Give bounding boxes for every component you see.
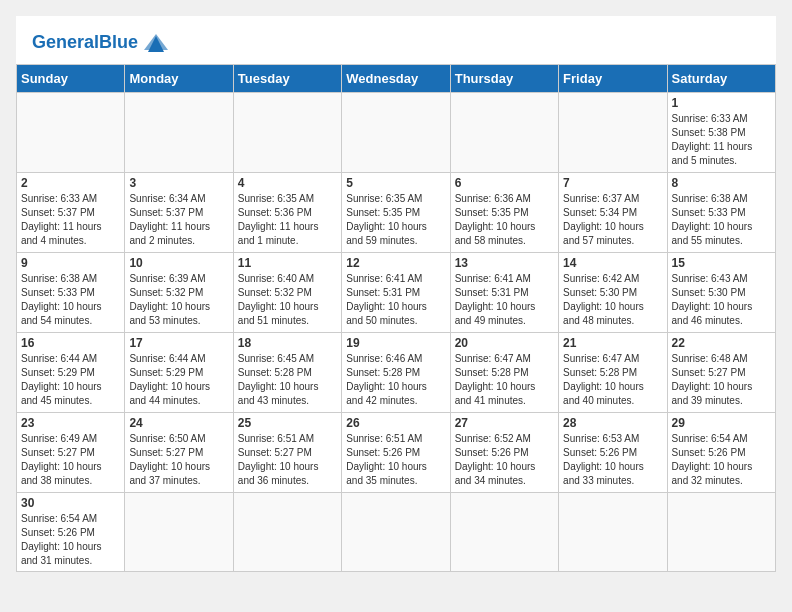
calendar-cell-4-1: 24Sunrise: 6:50 AMSunset: 5:27 PMDayligh… <box>125 413 233 493</box>
day-header-monday: Monday <box>125 65 233 93</box>
calendar-cell-2-0: 9Sunrise: 6:38 AMSunset: 5:33 PMDaylight… <box>17 253 125 333</box>
day-info: Sunrise: 6:38 AMSunset: 5:33 PMDaylight:… <box>21 272 120 328</box>
day-number: 10 <box>129 256 228 270</box>
calendar-cell-0-1 <box>125 93 233 173</box>
day-number: 28 <box>563 416 662 430</box>
calendar-cell-1-0: 2Sunrise: 6:33 AMSunset: 5:37 PMDaylight… <box>17 173 125 253</box>
calendar-cell-3-1: 17Sunrise: 6:44 AMSunset: 5:29 PMDayligh… <box>125 333 233 413</box>
day-info: Sunrise: 6:43 AMSunset: 5:30 PMDaylight:… <box>672 272 771 328</box>
day-number: 23 <box>21 416 120 430</box>
calendar-cell-2-4: 13Sunrise: 6:41 AMSunset: 5:31 PMDayligh… <box>450 253 558 333</box>
day-number: 22 <box>672 336 771 350</box>
calendar-cell-5-0: 30Sunrise: 6:54 AMSunset: 5:26 PMDayligh… <box>17 493 125 572</box>
calendar-cell-0-5 <box>559 93 667 173</box>
day-number: 16 <box>21 336 120 350</box>
day-number: 21 <box>563 336 662 350</box>
day-info: Sunrise: 6:44 AMSunset: 5:29 PMDaylight:… <box>21 352 120 408</box>
day-header-friday: Friday <box>559 65 667 93</box>
day-info: Sunrise: 6:35 AMSunset: 5:35 PMDaylight:… <box>346 192 445 248</box>
day-header-tuesday: Tuesday <box>233 65 341 93</box>
calendar-cell-3-4: 20Sunrise: 6:47 AMSunset: 5:28 PMDayligh… <box>450 333 558 413</box>
day-info: Sunrise: 6:36 AMSunset: 5:35 PMDaylight:… <box>455 192 554 248</box>
day-info: Sunrise: 6:39 AMSunset: 5:32 PMDaylight:… <box>129 272 228 328</box>
day-number: 20 <box>455 336 554 350</box>
calendar-cell-2-2: 11Sunrise: 6:40 AMSunset: 5:32 PMDayligh… <box>233 253 341 333</box>
calendar-week-5: 30Sunrise: 6:54 AMSunset: 5:26 PMDayligh… <box>17 493 776 572</box>
calendar-cell-2-3: 12Sunrise: 6:41 AMSunset: 5:31 PMDayligh… <box>342 253 450 333</box>
day-info: Sunrise: 6:40 AMSunset: 5:32 PMDaylight:… <box>238 272 337 328</box>
day-number: 25 <box>238 416 337 430</box>
calendar-cell-4-2: 25Sunrise: 6:51 AMSunset: 5:27 PMDayligh… <box>233 413 341 493</box>
day-info: Sunrise: 6:37 AMSunset: 5:34 PMDaylight:… <box>563 192 662 248</box>
logo-icon <box>140 28 172 56</box>
calendar-cell-3-3: 19Sunrise: 6:46 AMSunset: 5:28 PMDayligh… <box>342 333 450 413</box>
calendar-cell-5-6 <box>667 493 775 572</box>
calendar-header: GeneralBlue <box>16 16 776 64</box>
day-info: Sunrise: 6:33 AMSunset: 5:38 PMDaylight:… <box>672 112 771 168</box>
calendar-container: GeneralBlue SundayMondayTuesdayWednesday… <box>16 16 776 572</box>
day-info: Sunrise: 6:38 AMSunset: 5:33 PMDaylight:… <box>672 192 771 248</box>
calendar-cell-5-5 <box>559 493 667 572</box>
calendar-cell-5-4 <box>450 493 558 572</box>
day-info: Sunrise: 6:41 AMSunset: 5:31 PMDaylight:… <box>346 272 445 328</box>
calendar-cell-4-0: 23Sunrise: 6:49 AMSunset: 5:27 PMDayligh… <box>17 413 125 493</box>
calendar-header-row: SundayMondayTuesdayWednesdayThursdayFrid… <box>17 65 776 93</box>
day-info: Sunrise: 6:53 AMSunset: 5:26 PMDaylight:… <box>563 432 662 488</box>
day-info: Sunrise: 6:52 AMSunset: 5:26 PMDaylight:… <box>455 432 554 488</box>
calendar-cell-0-4 <box>450 93 558 173</box>
logo-blue: Blue <box>99 32 138 52</box>
day-number: 5 <box>346 176 445 190</box>
calendar-cell-2-6: 15Sunrise: 6:43 AMSunset: 5:30 PMDayligh… <box>667 253 775 333</box>
day-number: 18 <box>238 336 337 350</box>
day-number: 29 <box>672 416 771 430</box>
calendar-week-1: 2Sunrise: 6:33 AMSunset: 5:37 PMDaylight… <box>17 173 776 253</box>
day-info: Sunrise: 6:51 AMSunset: 5:26 PMDaylight:… <box>346 432 445 488</box>
day-number: 17 <box>129 336 228 350</box>
day-number: 11 <box>238 256 337 270</box>
day-info: Sunrise: 6:45 AMSunset: 5:28 PMDaylight:… <box>238 352 337 408</box>
calendar-week-0: 1Sunrise: 6:33 AMSunset: 5:38 PMDaylight… <box>17 93 776 173</box>
day-info: Sunrise: 6:35 AMSunset: 5:36 PMDaylight:… <box>238 192 337 248</box>
calendar-cell-4-3: 26Sunrise: 6:51 AMSunset: 5:26 PMDayligh… <box>342 413 450 493</box>
day-number: 15 <box>672 256 771 270</box>
day-number: 13 <box>455 256 554 270</box>
day-number: 24 <box>129 416 228 430</box>
day-info: Sunrise: 6:54 AMSunset: 5:26 PMDaylight:… <box>672 432 771 488</box>
day-number: 4 <box>238 176 337 190</box>
day-number: 9 <box>21 256 120 270</box>
day-number: 30 <box>21 496 120 510</box>
calendar-cell-0-3 <box>342 93 450 173</box>
day-number: 12 <box>346 256 445 270</box>
calendar-week-2: 9Sunrise: 6:38 AMSunset: 5:33 PMDaylight… <box>17 253 776 333</box>
calendar-cell-1-3: 5Sunrise: 6:35 AMSunset: 5:35 PMDaylight… <box>342 173 450 253</box>
calendar-cell-1-6: 8Sunrise: 6:38 AMSunset: 5:33 PMDaylight… <box>667 173 775 253</box>
calendar-week-3: 16Sunrise: 6:44 AMSunset: 5:29 PMDayligh… <box>17 333 776 413</box>
day-number: 1 <box>672 96 771 110</box>
calendar-cell-0-2 <box>233 93 341 173</box>
calendar-week-4: 23Sunrise: 6:49 AMSunset: 5:27 PMDayligh… <box>17 413 776 493</box>
calendar-cell-1-5: 7Sunrise: 6:37 AMSunset: 5:34 PMDaylight… <box>559 173 667 253</box>
day-number: 14 <box>563 256 662 270</box>
calendar-cell-1-2: 4Sunrise: 6:35 AMSunset: 5:36 PMDaylight… <box>233 173 341 253</box>
day-number: 8 <box>672 176 771 190</box>
logo-text: GeneralBlue <box>32 32 138 53</box>
day-info: Sunrise: 6:49 AMSunset: 5:27 PMDaylight:… <box>21 432 120 488</box>
calendar-cell-4-5: 28Sunrise: 6:53 AMSunset: 5:26 PMDayligh… <box>559 413 667 493</box>
day-info: Sunrise: 6:33 AMSunset: 5:37 PMDaylight:… <box>21 192 120 248</box>
calendar-cell-2-5: 14Sunrise: 6:42 AMSunset: 5:30 PMDayligh… <box>559 253 667 333</box>
day-number: 27 <box>455 416 554 430</box>
day-number: 7 <box>563 176 662 190</box>
day-info: Sunrise: 6:50 AMSunset: 5:27 PMDaylight:… <box>129 432 228 488</box>
day-info: Sunrise: 6:34 AMSunset: 5:37 PMDaylight:… <box>129 192 228 248</box>
day-info: Sunrise: 6:47 AMSunset: 5:28 PMDaylight:… <box>455 352 554 408</box>
calendar-cell-3-0: 16Sunrise: 6:44 AMSunset: 5:29 PMDayligh… <box>17 333 125 413</box>
calendar-cell-3-6: 22Sunrise: 6:48 AMSunset: 5:27 PMDayligh… <box>667 333 775 413</box>
calendar-cell-4-6: 29Sunrise: 6:54 AMSunset: 5:26 PMDayligh… <box>667 413 775 493</box>
day-info: Sunrise: 6:46 AMSunset: 5:28 PMDaylight:… <box>346 352 445 408</box>
day-number: 6 <box>455 176 554 190</box>
calendar-cell-0-6: 1Sunrise: 6:33 AMSunset: 5:38 PMDaylight… <box>667 93 775 173</box>
day-header-saturday: Saturday <box>667 65 775 93</box>
calendar-cell-5-3 <box>342 493 450 572</box>
day-header-thursday: Thursday <box>450 65 558 93</box>
calendar-cell-3-5: 21Sunrise: 6:47 AMSunset: 5:28 PMDayligh… <box>559 333 667 413</box>
